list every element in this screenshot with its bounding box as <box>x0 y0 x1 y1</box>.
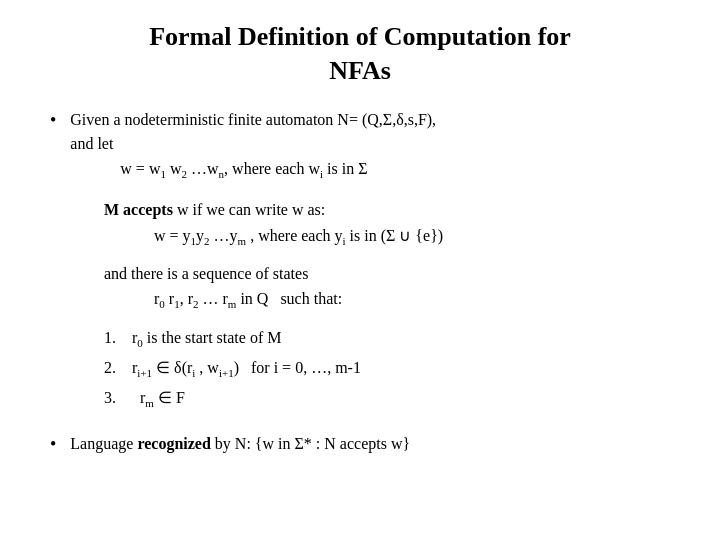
bullet-1-content: Given a nodeterministic finite automaton… <box>70 108 436 184</box>
list-item-3: 3. rm ∈ F <box>104 384 680 414</box>
accepts-text: accepts w if we can write w as: <box>119 201 325 218</box>
page-title: Formal Definition of Computation for NFA… <box>40 20 680 88</box>
item-3-text: rm ∈ F <box>132 384 185 414</box>
bullet-1-symbol: • <box>50 110 56 131</box>
list-item-2: 2. ri+1 ∈ δ(ri , wi+1) for i = 0, …, m-1 <box>104 354 680 384</box>
content-area: • Given a nodeterministic finite automat… <box>40 108 680 456</box>
m-label: M <box>104 201 119 218</box>
bullet-1-main: Given a nodeterministic finite automaton… <box>70 108 436 132</box>
bullet-1-section: • Given a nodeterministic finite automat… <box>50 108 680 184</box>
item-2-text: ri+1 ∈ δ(ri , wi+1) for i = 0, …, m-1 <box>132 354 361 384</box>
bullet-2-symbol: • <box>50 434 56 455</box>
numbered-list: 1. r0 is the start state of M 2. ri+1 ∈ … <box>104 324 680 414</box>
w-y-definition: w = y1y2 …ym , where each yi is in (Σ ∪ … <box>154 223 680 251</box>
w-definition: w = w1 w2 …wn, where each wi is in Σ <box>120 156 436 184</box>
bullet1-given-text: Given a nodeterministic finite automaton… <box>70 111 436 128</box>
accepts-block: M accepts w if we can write w as: w = y1… <box>104 197 680 250</box>
accepts-line: M accepts w if we can write w as: <box>104 197 680 223</box>
bullet-2-content: Language recognized by N: {w in Σ* : N a… <box>70 432 410 456</box>
sequence-block: and there is a sequence of states r0 r1,… <box>104 261 680 314</box>
num-1: 1. <box>104 324 124 354</box>
bullet-1-andlet: and let <box>70 132 436 156</box>
list-item-1: 1. r0 is the start state of M <box>104 324 680 354</box>
bullet-2-section: • Language recognized by N: {w in Σ* : N… <box>50 432 680 456</box>
num-3: 3. <box>104 384 124 414</box>
recognized-bold: recognized <box>137 435 210 452</box>
sequence-line1: and there is a sequence of states <box>104 261 680 287</box>
item-1-text: r0 is the start state of M <box>132 324 281 354</box>
title-line2: NFAs <box>40 54 680 88</box>
title-line1: Formal Definition of Computation for <box>40 20 680 54</box>
sequence-line2: r0 r1, r2 … rm in Q such that: <box>154 286 680 314</box>
num-2: 2. <box>104 354 124 384</box>
and-let-text: and let <box>70 135 113 152</box>
